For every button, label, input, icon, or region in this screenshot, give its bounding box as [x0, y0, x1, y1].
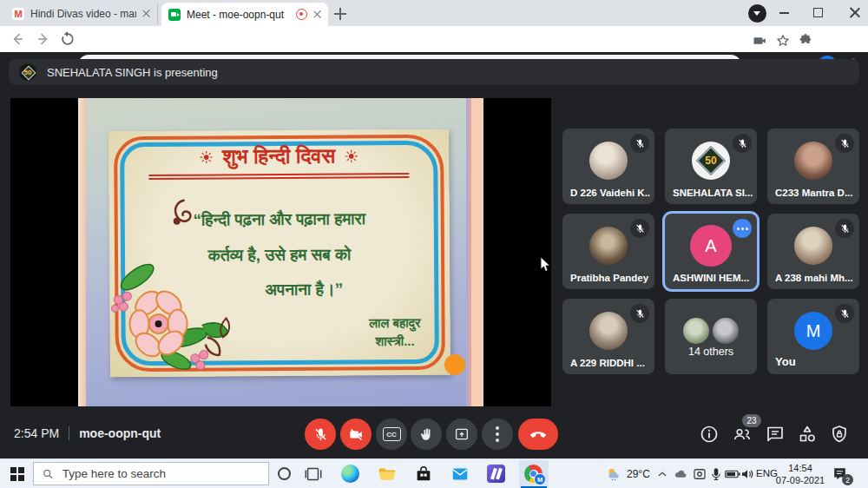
school-logo-avatar: 50 — [19, 63, 36, 81]
participant-tile[interactable]: A 229 RIDDHI ... — [562, 299, 654, 374]
poster-title-row: शुभ हिन्दी दिवस — [108, 143, 449, 170]
tab-hindi-divas-video[interactable]: M Hindi Divas video - mamthareddy — [5, 3, 158, 24]
task-view-button[interactable] — [304, 465, 323, 484]
meeting-code: moe-oopn-qut — [79, 426, 161, 440]
camera-indicator-icon[interactable] — [752, 32, 769, 49]
presentation-video[interactable]: शुभ हिन्दी दिवस “हिन्दी पढ़ना और पढ़ाना … — [10, 98, 551, 406]
mail-icon[interactable] — [450, 465, 470, 484]
mic-off-icon — [630, 219, 649, 238]
search-input[interactable] — [61, 466, 260, 481]
end-call-button[interactable] — [518, 419, 558, 450]
sun-decoration-icon — [344, 148, 358, 163]
avatar — [683, 318, 709, 344]
bookmark-star-icon[interactable] — [774, 32, 792, 49]
participant-tile[interactable]: A 238 mahi Mh... — [767, 214, 859, 289]
tray-mic-icon[interactable] — [708, 466, 724, 482]
edge-icon[interactable] — [341, 465, 359, 483]
cortana-button[interactable] — [278, 467, 291, 480]
meet-now-icon[interactable] — [692, 466, 707, 482]
participant-tile-selected[interactable]: A ASHWINI HEM... — [665, 214, 757, 289]
reload-icon[interactable] — [59, 30, 76, 48]
tab-title: Hindi Divas video - mamthareddy — [30, 8, 136, 20]
volume-icon[interactable] — [740, 466, 755, 482]
participant-tile-you[interactable]: M You — [767, 299, 859, 374]
mute-button[interactable] — [305, 419, 336, 450]
onedrive-icon[interactable] — [673, 466, 688, 482]
tab-meet[interactable]: Meet - moe-oopn-qut — [161, 3, 328, 26]
meeting-info: 2:54 PM moe-oopn-qut — [14, 426, 161, 440]
video-content: शुभ हिन्दी दिवस “हिन्दी पढ़ना और पढ़ाना … — [78, 98, 483, 406]
divider — [69, 426, 69, 440]
participant-count-badge: 23 — [742, 414, 761, 427]
taskbar-search[interactable] — [33, 462, 269, 485]
back-icon[interactable] — [9, 30, 26, 48]
info-button[interactable] — [699, 424, 720, 445]
raise-hand-button[interactable] — [411, 419, 442, 450]
extensions-icon[interactable] — [797, 32, 814, 49]
search-icon — [43, 468, 54, 480]
restore-button[interactable] — [813, 8, 823, 17]
avatar — [713, 318, 739, 344]
pointer-dot — [444, 354, 465, 375]
avatar — [589, 227, 628, 265]
mic-off-icon — [630, 134, 649, 153]
mic-off-icon — [733, 134, 752, 153]
activities-button[interactable] — [797, 424, 818, 445]
screen: M Hindi Divas video - mamthareddy Meet -… — [0, 0, 868, 488]
participant-tile[interactable]: 50 SNEHALATA SI... — [665, 129, 757, 204]
participant-name: SNEHALATA SI... — [673, 188, 753, 198]
gmail-favicon: M — [12, 8, 24, 20]
curtain-strip-left — [78, 98, 86, 406]
minimize-button[interactable] — [779, 12, 789, 14]
notification-button[interactable]: 2 — [832, 465, 849, 483]
file-explorer-icon[interactable] — [378, 465, 397, 484]
clock-date: 07-09-2021 — [771, 475, 830, 487]
chat-button[interactable] — [765, 424, 786, 445]
poster-title: शुभ हिन्दी दिवस — [222, 144, 335, 169]
participant-name: ASHWINI HEM... — [673, 273, 753, 283]
present-button[interactable] — [446, 419, 477, 450]
participant-name: A 229 RIDDHI ... — [570, 358, 650, 368]
store-icon[interactable] — [414, 465, 433, 484]
clock[interactable]: 14:54 07-09-2021 — [771, 463, 830, 487]
meeting-clock: 2:54 PM — [14, 426, 59, 440]
mic-off-icon — [835, 134, 854, 153]
mic-off-icon — [630, 304, 649, 323]
chrome-profile-badge: M — [534, 473, 546, 485]
weather-icon[interactable] — [606, 466, 621, 482]
media-controls-button[interactable] — [748, 4, 766, 23]
participant-name: C233 Mantra D... — [775, 188, 855, 198]
avatar: 50 — [692, 142, 730, 180]
participant-tile[interactable]: D 226 Vaidehi K... — [562, 129, 654, 204]
temperature-label[interactable]: 29°C — [627, 468, 650, 480]
participant-name: Pratibha Pandey — [570, 273, 650, 283]
sun-decoration-icon — [199, 149, 214, 164]
tab-close-icon[interactable] — [313, 10, 321, 18]
flower-decoration — [104, 257, 253, 379]
participant-grid: D 226 Vaidehi K... 50 SNEHALATA SI... C2… — [562, 129, 859, 374]
participant-name: D 226 Vaidehi K... — [570, 188, 650, 198]
participant-menu-button[interactable] — [733, 219, 752, 238]
close-button[interactable] — [849, 7, 859, 17]
avatar: A — [690, 225, 732, 267]
notification-badge: 2 — [842, 474, 853, 485]
new-tab-button[interactable] — [333, 7, 347, 21]
tray-expand-icon[interactable] — [656, 468, 668, 480]
tab-close-icon[interactable] — [142, 10, 150, 17]
chrome-icon[interactable]: M — [524, 465, 543, 484]
avatar — [589, 142, 628, 180]
hindi-divas-poster: शुभ हिन्दी दिवस “हिन्दी पढ़ना और पढ़ाना … — [108, 129, 450, 378]
participant-tile[interactable]: C233 Mantra D... — [767, 129, 859, 204]
taskbar: M 29°C ENG 14:54 07-09-2021 2 — [0, 458, 868, 488]
start-button[interactable] — [10, 467, 24, 481]
vine-curl-decoration — [151, 194, 212, 254]
participant-tile-others[interactable]: 14 others — [665, 299, 757, 374]
more-options-button[interactable] — [482, 419, 513, 450]
forward-icon[interactable] — [35, 30, 52, 48]
browser-toolbar: meet.google.com/moe-oopn-qut M — [0, 26, 868, 52]
app-icon[interactable] — [487, 465, 505, 483]
captions-button[interactable]: CC — [376, 419, 407, 450]
camera-button[interactable] — [340, 419, 372, 450]
participant-tile[interactable]: Pratibha Pandey — [562, 214, 654, 289]
host-controls-button[interactable] — [829, 424, 850, 445]
